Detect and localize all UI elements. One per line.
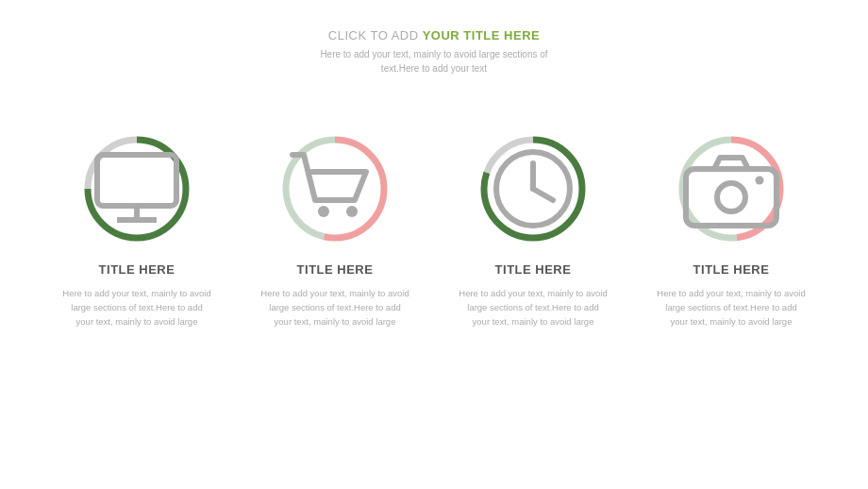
svg-point-10 — [346, 206, 358, 217]
page-header: CLICK TO ADD YOUR TITLE HERE Here to add… — [302, 26, 566, 76]
card-1-body: Here to add your text, mainly to avoid l… — [61, 286, 212, 329]
svg-point-9 — [318, 206, 329, 217]
header-click-label: CLICK TO ADD — [328, 28, 423, 42]
svg-rect-3 — [97, 155, 176, 206]
card-1: TITLE HERE Here to add your text, mainly… — [38, 132, 236, 329]
card-1-title: TITLE HERE — [99, 262, 175, 277]
card-2: TITLE HERE Here to add your text, mainly… — [236, 132, 434, 329]
card-1-circle — [80, 132, 193, 245]
card-4-title: TITLE HERE — [693, 262, 770, 277]
card-2-title: TITLE HERE — [297, 262, 374, 277]
svg-point-22 — [756, 177, 764, 185]
svg-line-16 — [533, 189, 553, 200]
card-2-circle — [278, 132, 392, 245]
card-3-circle — [476, 132, 590, 245]
svg-point-21 — [717, 183, 745, 211]
card-4: TITLE HERE Here to add your text, mainly… — [632, 132, 830, 329]
card-4-body: Here to add your text, mainly to avoid l… — [656, 286, 807, 329]
card-3: TITLE HERE Here to add your text, mainly… — [434, 132, 632, 329]
svg-rect-20 — [686, 169, 776, 226]
card-3-body: Here to add your text, mainly to avoid l… — [458, 286, 609, 329]
card-2-body: Here to add your text, mainly to avoid l… — [259, 286, 410, 329]
header-title-bold: YOUR TITLE HERE — [423, 28, 541, 42]
card-3-title: TITLE HERE — [495, 262, 572, 277]
card-4-circle — [675, 132, 788, 245]
header-subtitle: Here to add your text, mainly to avoid l… — [302, 47, 566, 76]
cards-row: TITLE HERE Here to add your text, mainly… — [0, 132, 868, 329]
